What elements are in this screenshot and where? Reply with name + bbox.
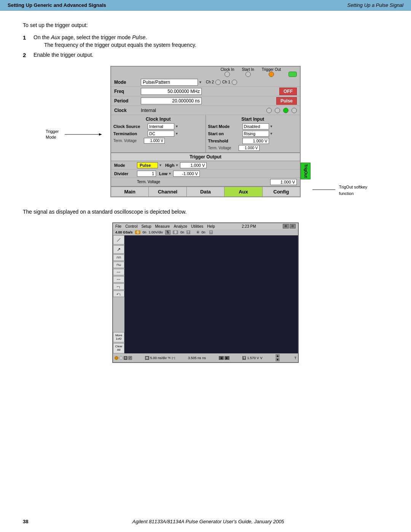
period-value[interactable]: 20.000000 ns <box>141 97 202 104</box>
ch1-indicator: ① <box>135 230 140 234</box>
start-on-value[interactable]: Rising <box>242 131 269 137</box>
more-button[interactable]: More 1of2 <box>113 332 124 342</box>
termination-row: Termination DC ▼ <box>113 131 203 137</box>
start-in-circles <box>245 72 251 77</box>
period-label: Period <box>114 98 141 104</box>
to-divider-row: Divider 1 Low ▼ -1.000 V <box>111 169 300 178</box>
ch3-indicator: ④ <box>196 230 199 234</box>
to-high-value[interactable]: 1.000 V <box>180 162 207 168</box>
panel-header-row: Clock In Start In Trigger Out <box>111 67 300 78</box>
waveform-btn-1[interactable]: ⟋ <box>113 235 124 244</box>
term-voltage-right-value[interactable]: 1.000 V <box>239 145 260 151</box>
threshold-label: Threshold <box>208 139 242 143</box>
svg-marker-1 <box>99 133 102 136</box>
updown-arrows: ▲ ▼ <box>276 354 280 361</box>
period-row: Period 20.000000 ns Pulse <box>111 96 300 106</box>
waveform-btn-4[interactable]: ⊓⊔ <box>113 262 124 268</box>
clock-in-indicator: Clock In <box>220 67 234 77</box>
nav-bar: Main Channel Data Aux Config <box>111 186 300 197</box>
clock-circles-row <box>266 108 297 113</box>
waveform-btn-3[interactable]: ⊓⊓ <box>113 254 124 261</box>
waveform-btn-7[interactable]: ⌐┐ <box>113 283 124 290</box>
freq-value[interactable]: 50.000000 MHz <box>141 88 202 95</box>
header-left: Setting Up Generic and Advanced Signals <box>8 2 106 8</box>
osc-icon-1[interactable]: ⊞ <box>283 224 289 228</box>
threshold-value[interactable]: 1.000 V <box>242 138 269 144</box>
down-arrow[interactable]: ▼ <box>276 358 280 361</box>
step-2-text: Enable the trigger output. <box>33 52 388 58</box>
up-arrow[interactable]: ▲ <box>276 354 280 358</box>
termination-value[interactable]: DC <box>148 131 174 137</box>
timebase-divider: % <box>168 356 170 359</box>
channel-blob <box>288 72 297 77</box>
start-mode-value[interactable]: Disabled <box>242 123 269 129</box>
step-1-subtext: The frequency of the trigger output equa… <box>44 42 196 48</box>
osc-icon-2[interactable]: ⊟ <box>290 224 296 228</box>
ch2-label: Ch 2 <box>206 80 214 84</box>
start-mode-arrow: ▼ <box>270 125 273 128</box>
menu-help[interactable]: Help <box>207 224 215 228</box>
osc-menu-bar: File Control Setup Measure Analyze Utili… <box>113 223 298 229</box>
pulse-button[interactable]: Pulse <box>276 97 297 105</box>
clock-source-arrow: ▼ <box>175 125 178 128</box>
menu-setup[interactable]: Setup <box>141 224 151 228</box>
bottom-icons: ⊞ ✓ <box>115 356 132 360</box>
to-divider-value[interactable]: 1 <box>137 171 156 177</box>
to-high-arrow: ▼ <box>175 163 178 167</box>
nav-aux[interactable]: Aux <box>225 187 262 197</box>
term-voltage-left-label: Term. Voltage <box>113 139 144 143</box>
ch1-arrow-icon[interactable]: ⇅ <box>165 230 170 235</box>
menu-analyze[interactable]: Analyze <box>174 224 187 228</box>
start-mode-label: Start Mode <box>208 124 242 129</box>
main-content: To set up the trigger output: 1 On the A… <box>0 11 411 390</box>
clock-source-value[interactable]: Internal <box>148 123 174 129</box>
waveform-btn-2[interactable]: ↗ <box>113 245 124 254</box>
nav-left[interactable]: ◄ <box>219 356 224 360</box>
nav-right[interactable]: ► <box>225 356 229 360</box>
to-low-value[interactable]: -1.000 V <box>173 171 200 177</box>
waveform-btn-8[interactable]: ↙┐ <box>113 291 124 297</box>
annotation-trigger: Trigger <box>46 129 59 134</box>
trigger2-icon: T <box>209 230 213 234</box>
clock-source-label: Clock Source <box>113 124 148 129</box>
trigger-label: T <box>242 356 246 360</box>
step-2: 2 Enable the trigger output. <box>23 52 388 58</box>
to-mode-value[interactable]: Pulse <box>137 162 158 168</box>
to-term-row: Term. Voltage 1.000 V <box>111 178 300 186</box>
off-button[interactable]: OFF <box>279 88 297 95</box>
trigger-out-label: Trigger Out <box>262 67 281 72</box>
annotation-trigout: TrigOut softkeyfunction <box>339 184 367 197</box>
nav-main[interactable]: Main <box>111 187 149 197</box>
clear-all-button[interactable]: Clear All <box>113 343 124 353</box>
term-voltage-left-value[interactable]: 1.000 V <box>144 138 165 144</box>
step-1-number: 1 <box>23 34 29 41</box>
start-in-indicator: Start In <box>242 67 254 77</box>
ch2-off-label: 0n <box>180 230 184 234</box>
start-on-arrow: ▼ <box>270 132 273 136</box>
menu-control[interactable]: Control <box>125 224 137 228</box>
mode-value[interactable]: Pulse/Pattern <box>141 79 198 86</box>
trigger-output-section: TrigOut Mode Pulse ▼ High ▼ 1.000 V Divi… <box>111 161 300 186</box>
osc-top-icons: ⊞ ⊟ <box>283 224 296 228</box>
waveform-btn-6[interactable]: ⌐⌐ <box>113 276 124 283</box>
footer: 38 Agilent 81133A/81134A Pulse Generator… <box>0 519 411 524</box>
clock-in-label: Clock In <box>220 67 234 72</box>
start-in-label: Start In <box>242 67 254 72</box>
menu-utilities[interactable]: Utilities <box>191 224 203 228</box>
timebase-label: H <box>145 356 149 360</box>
trigger-out-circle <box>269 72 274 77</box>
nav-data[interactable]: Data <box>187 187 225 197</box>
bottom-t-marker: T <box>294 356 296 360</box>
to-mode-arrow: ▼ <box>159 163 162 167</box>
trigout-button[interactable]: TrigOut <box>301 163 311 179</box>
to-term-value[interactable]: 1.000 V <box>270 179 297 185</box>
bottom-icon-3[interactable]: ⊞ <box>124 356 127 360</box>
menu-file[interactable]: File <box>115 224 121 228</box>
nav-channel[interactable]: Channel <box>149 187 186 197</box>
step-2-number: 2 <box>23 52 29 58</box>
menu-measure[interactable]: Measure <box>155 224 170 228</box>
mode-dropdown-arrow: ▼ <box>199 80 202 84</box>
nav-config[interactable]: Config <box>263 187 300 197</box>
bottom-icon-4[interactable]: ✓ <box>128 356 132 360</box>
waveform-btn-5[interactable]: ⌐⌐ <box>113 269 124 275</box>
